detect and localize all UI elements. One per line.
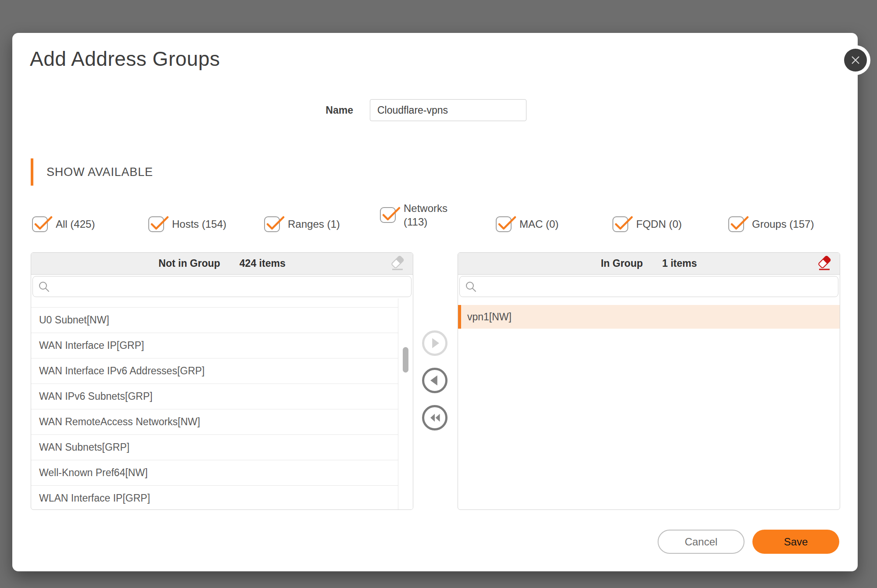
checkbox-checked[interactable]: [612, 216, 628, 232]
list-item[interactable]: WAN Interface IP[GRP]: [31, 333, 398, 359]
list-item[interactable]: WLAN Interface IP[GRP]: [31, 486, 398, 509]
check-icon: [498, 216, 517, 232]
arrow-left-icon: [424, 370, 445, 391]
checkbox-checked[interactable]: [380, 207, 396, 223]
clear-all-icon[interactable]: [816, 255, 833, 272]
name-input[interactable]: [370, 99, 526, 121]
name-field-row: Name: [227, 99, 526, 121]
partial-list-item: [31, 302, 398, 308]
filter-checkbox-item[interactable]: MAC (0): [496, 216, 558, 232]
in-group-list: vpn1[NW]: [458, 298, 840, 509]
in-group-header: In Group 1 items: [458, 253, 840, 275]
list-item[interactable]: WAN Subnets[GRP]: [31, 435, 398, 460]
not-in-group-panel: Not in Group 424 items: [31, 252, 413, 510]
show-available-section: SHOW AVAILABLE: [31, 158, 153, 186]
dialog-title: Add Address Groups: [30, 47, 220, 71]
list-item[interactable]: WAN RemoteAccess Networks[NW]: [31, 409, 398, 435]
checkbox-checked[interactable]: [32, 216, 48, 232]
move-right-button[interactable]: [422, 330, 447, 356]
close-icon: [844, 49, 867, 72]
check-icon: [34, 216, 53, 232]
filter-label: Ranges (1): [288, 218, 340, 230]
check-icon: [266, 216, 285, 232]
in-group-panel: In Group 1 items vpn1[: [458, 252, 840, 510]
transfer-buttons: [422, 330, 447, 430]
not-in-group-search-input[interactable]: [32, 276, 412, 297]
list-item[interactable]: Well-Known Pref64[NW]: [31, 460, 398, 486]
checkbox-checked[interactable]: [264, 216, 280, 232]
section-accent-bar: [31, 158, 33, 186]
filter-label: Hosts (154): [172, 218, 226, 230]
double-arrow-left-icon: [424, 407, 445, 428]
selected-list-item[interactable]: vpn1[NW]: [458, 305, 840, 329]
not-in-group-list: U0 Subnet[NW]WAN Interface IP[GRP]WAN In…: [31, 298, 413, 509]
close-button[interactable]: [841, 45, 870, 75]
clear-selection-icon[interactable]: [389, 255, 406, 272]
checkbox-checked[interactable]: [148, 216, 164, 232]
in-group-search-input[interactable]: [459, 276, 838, 297]
scrollbar-track[interactable]: [398, 298, 413, 509]
filter-label: All (425): [56, 218, 95, 230]
cancel-button[interactable]: Cancel: [658, 530, 745, 554]
filter-label: Groups (157): [752, 218, 814, 230]
check-icon: [382, 207, 401, 222]
name-label: Name: [227, 104, 353, 116]
move-left-button[interactable]: [422, 368, 447, 393]
section-title: SHOW AVAILABLE: [47, 165, 153, 179]
arrow-right-icon: [424, 333, 445, 354]
list-item[interactable]: WAN Interface IPv6 Addresses[GRP]: [31, 359, 398, 384]
in-group-search: [458, 275, 840, 298]
filter-checkbox-item[interactable]: Networks (113): [380, 201, 462, 229]
filter-label: Networks (113): [404, 201, 462, 229]
checkbox-checked[interactable]: [496, 216, 512, 232]
scrollbar-thumb[interactable]: [403, 347, 408, 373]
filter-checkbox-item[interactable]: Hosts (154): [148, 216, 226, 232]
panel-count: 424 items: [240, 258, 286, 269]
add-address-groups-dialog: Add Address Groups Name SHOW AVAILABLE A…: [12, 33, 858, 571]
save-button[interactable]: Save: [752, 530, 839, 554]
panel-title: In Group: [601, 258, 643, 269]
check-icon: [730, 216, 749, 232]
check-icon: [150, 216, 169, 232]
filter-checkbox-item[interactable]: All (425): [32, 216, 95, 232]
filter-label: FQDN (0): [636, 218, 682, 230]
filter-checkbox-item[interactable]: Ranges (1): [264, 216, 340, 232]
panel-count: 1 items: [662, 258, 697, 269]
move-all-left-button[interactable]: [422, 405, 447, 430]
list-item[interactable]: U0 Subnet[NW]: [31, 308, 398, 333]
list-item[interactable]: WAN IPv6 Subnets[GRP]: [31, 384, 398, 409]
filter-checkbox-item[interactable]: Groups (157): [728, 216, 814, 232]
check-icon: [614, 216, 634, 232]
not-in-group-search: [31, 275, 413, 298]
checkbox-checked[interactable]: [728, 216, 744, 232]
not-in-group-header: Not in Group 424 items: [31, 253, 413, 275]
panel-title: Not in Group: [158, 258, 220, 269]
filter-label: MAC (0): [519, 218, 558, 230]
filter-checkbox-item[interactable]: FQDN (0): [612, 216, 682, 232]
